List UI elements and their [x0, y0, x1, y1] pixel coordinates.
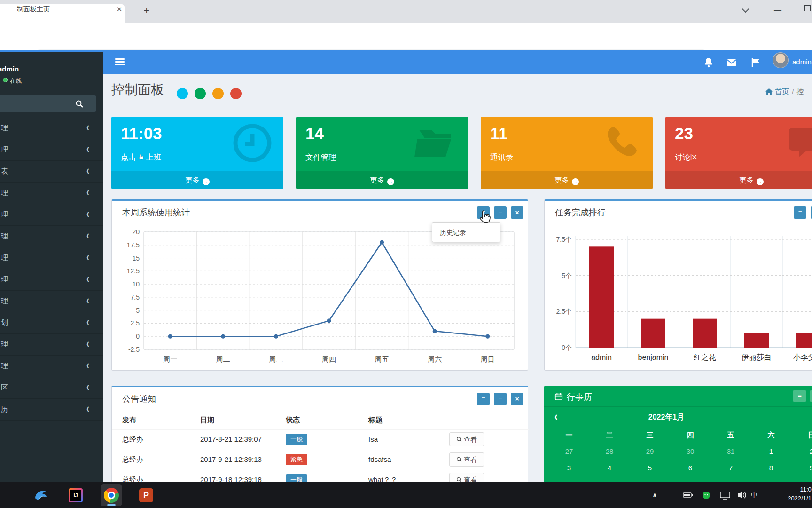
cell-date: 2017-8-21 12:39:07: [200, 435, 262, 443]
panel-collapse-list-icon[interactable]: ≡: [477, 206, 490, 219]
network-monitor-icon[interactable]: [719, 482, 731, 508]
panel-collapse-list-icon[interactable]: ≡: [794, 206, 806, 219]
window-restore-button[interactable]: [803, 8, 809, 14]
calendar-day[interactable]: 31: [710, 447, 751, 455]
calendar-day[interactable]: 2: [791, 447, 812, 455]
calendar-day[interactable]: 6: [670, 464, 710, 472]
panel-minimize-icon[interactable]: −: [494, 393, 507, 405]
sidebar-menu-item[interactable]: 理‹: [0, 139, 103, 161]
svg-text:17.5: 17.5: [127, 241, 140, 249]
sidebar-menu-item[interactable]: 理‹: [0, 226, 103, 247]
info-box-more-link[interactable]: 更多→: [665, 171, 812, 189]
svg-text:15: 15: [132, 254, 140, 262]
panel-minimize-icon[interactable]: −: [494, 206, 507, 219]
panel-collapse-list-icon[interactable]: ≡: [477, 393, 490, 405]
sidebar-menu-item[interactable]: 理‹: [0, 269, 103, 291]
calendar-weekday: 六: [751, 431, 791, 440]
window-minimize-button[interactable]: —: [772, 5, 784, 17]
calendar-day[interactable]: 29: [630, 447, 670, 455]
panel-collapse-list-icon[interactable]: ≡: [793, 390, 806, 402]
svg-text:红之花: 红之花: [694, 353, 716, 361]
calendar-day[interactable]: 9: [791, 464, 812, 472]
tab-search-chevron-icon[interactable]: [741, 6, 750, 15]
taskbar-clock[interactable]: 11:06 2022/1/15: [770, 485, 812, 503]
calendar-day[interactable]: 1: [751, 447, 791, 455]
calendar-weekday: 日: [791, 431, 812, 440]
speaker-icon[interactable]: [736, 482, 747, 508]
taskbar-chrome-app[interactable]: [101, 484, 122, 506]
search-icon[interactable]: [71, 98, 87, 110]
calendar-prev-icon[interactable]: ‹: [554, 410, 558, 424]
sidebar-menu-item[interactable]: 划‹: [0, 312, 103, 334]
chevron-left-icon: ‹: [86, 207, 89, 221]
svg-text:2.5: 2.5: [131, 319, 140, 327]
panel-minimize-icon[interactable]: −: [810, 390, 812, 402]
info-box-files[interactable]: 14文件管理更多→: [296, 117, 468, 189]
battery-icon[interactable]: [682, 482, 694, 508]
new-tab-button[interactable]: +: [141, 6, 152, 17]
sidebar-search-input[interactable]: [0, 95, 96, 112]
svg-text:周六: 周六: [428, 355, 442, 363]
tray-date: 2022/1/15: [770, 494, 812, 503]
tray-show-hidden-icon[interactable]: ∧: [652, 482, 657, 508]
info-box-contacts[interactable]: 11通讯录更多→: [481, 117, 653, 189]
messages-envelope-icon[interactable]: [726, 56, 738, 69]
info-box-forum[interactable]: 23讨论区更多→: [665, 117, 812, 189]
calendar-day[interactable]: 8: [751, 464, 791, 472]
taskbar-dolphin-app[interactable]: [30, 484, 52, 506]
calendar-date-row: 272829303112: [549, 447, 812, 455]
panel-title: 公告通知: [122, 393, 156, 405]
menu-item-label: 理: [1, 189, 8, 198]
sidebar-menu-item[interactable]: 理‹: [0, 291, 103, 312]
sidebar-toggle-icon[interactable]: [115, 58, 125, 66]
cell-status: 紧急: [286, 455, 307, 467]
notifications-bell-icon[interactable]: [703, 56, 715, 69]
sidebar-menu-item[interactable]: 表‹: [0, 161, 103, 183]
panel-close-icon[interactable]: ×: [511, 206, 523, 219]
view-button[interactable]: 查看: [449, 452, 484, 467]
tab-close-icon[interactable]: ✕: [115, 5, 124, 14]
info-box-more-link[interactable]: 更多→: [296, 171, 468, 189]
sidebar-menu-item[interactable]: 理‹: [0, 356, 103, 377]
calendar-day[interactable]: 5: [630, 464, 670, 472]
calendar-weekday: 四: [670, 431, 710, 440]
info-box-more-link[interactable]: 更多→: [111, 171, 283, 189]
sidebar: admin 在线 理‹理‹表‹理‹理‹理‹理‹理‹理‹划‹理‹理‹区‹历‹: [0, 52, 103, 508]
calendar-day[interactable]: 30: [670, 447, 710, 455]
sidebar-menu-item[interactable]: 历‹: [0, 399, 103, 421]
navbar-username[interactable]: admin: [792, 58, 812, 66]
calendar-day[interactable]: 28: [589, 447, 630, 455]
table-row: 总经办2017-8-21 12:39:07一般fsa查看: [112, 429, 529, 450]
panel-close-icon[interactable]: ×: [511, 393, 523, 405]
wechat-tray-icon[interactable]: [702, 482, 710, 508]
info-box-clockin[interactable]: 11:03点击上班更多→: [111, 117, 283, 189]
menu-item-label: 历: [1, 405, 8, 414]
taskbar-powerpoint-app[interactable]: P: [135, 484, 157, 506]
calendar-day[interactable]: 4: [589, 464, 630, 472]
sidebar-menu-item[interactable]: 理‹: [0, 334, 103, 356]
flag-icon[interactable]: [750, 56, 762, 69]
sidebar-menu-item[interactable]: 理‹: [0, 118, 103, 139]
status-dot-red: [230, 88, 242, 99]
chevron-left-icon: ‹: [86, 402, 89, 416]
taskbar-intellij-app[interactable]: IJ: [65, 484, 86, 506]
sidebar-menu-item[interactable]: 理‹: [0, 247, 103, 269]
breadcrumb: 首页/控: [765, 87, 804, 96]
calendar-month-label: 2022年1月: [582, 413, 751, 422]
calendar-day[interactable]: 27: [549, 447, 589, 455]
svg-text:5个: 5个: [562, 272, 572, 279]
view-button[interactable]: 查看: [449, 432, 484, 446]
svg-text:周四: 周四: [322, 355, 336, 363]
menu-item-label: 表: [1, 167, 8, 176]
sidebar-menu-item[interactable]: 区‹: [0, 377, 103, 399]
sidebar-menu-item[interactable]: 理‹: [0, 204, 103, 226]
user-avatar[interactable]: [773, 52, 789, 68]
sidebar-menu-item[interactable]: 理‹: [0, 183, 103, 204]
info-box-label: 文件管理: [305, 152, 336, 163]
ime-indicator[interactable]: 中: [751, 482, 757, 508]
info-box-more-link[interactable]: 更多→: [481, 171, 653, 189]
breadcrumb-home-link[interactable]: 首页: [775, 87, 789, 95]
calendar-day[interactable]: 7: [710, 464, 751, 472]
calendar-day[interactable]: 3: [549, 464, 589, 472]
chevron-left-icon: ‹: [86, 381, 89, 394]
